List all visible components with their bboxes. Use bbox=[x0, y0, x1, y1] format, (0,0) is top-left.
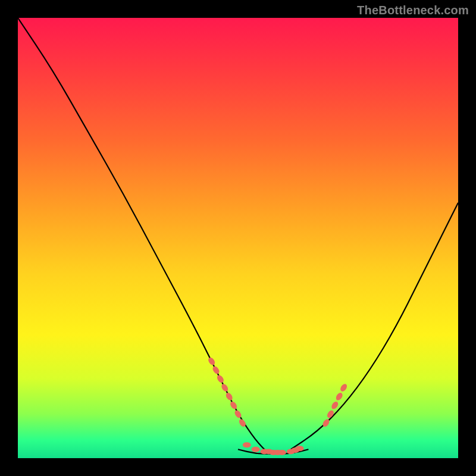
marker-bottom-9 bbox=[296, 446, 304, 451]
site-watermark: TheBottleneck.com bbox=[357, 4, 469, 17]
marker-right-2 bbox=[330, 400, 339, 411]
marker-group bbox=[207, 356, 348, 455]
marker-left-2 bbox=[216, 374, 225, 384]
chart-curve-left-descending-curve bbox=[18, 18, 269, 454]
chart-plot-area bbox=[18, 18, 458, 458]
marker-left-1 bbox=[211, 365, 220, 375]
marker-left-3 bbox=[220, 383, 229, 393]
marker-right-4 bbox=[339, 383, 348, 393]
marker-bottom-1 bbox=[252, 447, 260, 452]
marker-right-3 bbox=[334, 392, 343, 402]
marker-left-0 bbox=[207, 356, 216, 367]
marker-right-1 bbox=[326, 409, 335, 419]
marker-bottom-0 bbox=[243, 442, 251, 447]
app-stage: TheBottleneck.com bbox=[0, 0, 476, 476]
chart-svg bbox=[18, 18, 458, 458]
chart-curve-right-ascending-curve bbox=[291, 203, 458, 449]
marker-left-4 bbox=[224, 392, 233, 402]
marker-bottom-6 bbox=[278, 450, 286, 455]
marker-left-5 bbox=[229, 400, 238, 411]
curve-group bbox=[18, 18, 458, 454]
